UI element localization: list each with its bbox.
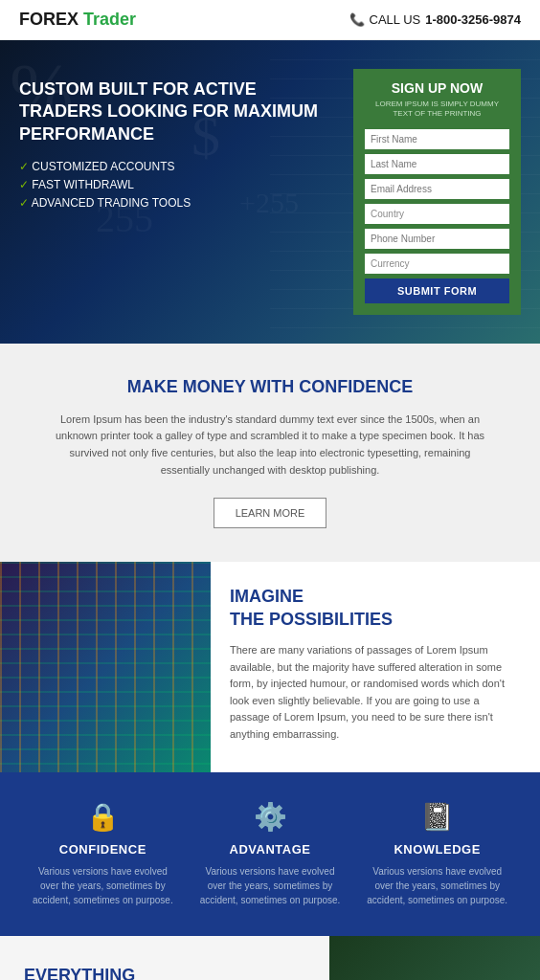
make-money-body: Lorem Ipsum has been the industry's stan… (48, 412, 492, 479)
phone-label: CALL US (370, 12, 421, 27)
make-money-heading: MAKE MONEY WITH CONFIDENCE (48, 377, 492, 397)
gear-icon: ⚙️ (196, 801, 345, 833)
signup-subtitle: LOREM IPSUM IS SIMPLY DUMMY TEXT OF THE … (365, 100, 509, 120)
phone-info: 📞 CALL US 1-800-3256-9874 (349, 12, 521, 27)
logo-bold: FOREX (19, 10, 79, 29)
imagine-text: IMAGINETHE POSSIBILITIES There are many … (211, 562, 540, 772)
hero-features-list: CUSTOMIZED ACCOUNTS FAST WITHDRAWL ADVAN… (19, 160, 339, 210)
hero-heading: CUSTOM BUILT FOR ACTIVE TRADERS LOOKING … (19, 78, 339, 145)
knowledge-body: Various versions have evolved over the y… (363, 864, 511, 907)
hero-feature-1: CUSTOMIZED ACCOUNTS (19, 160, 339, 173)
signup-heading: SIGN UP NOW (365, 80, 509, 96)
smart-heading: EVERYTHINGFOR SMART INVESTOR (24, 965, 305, 980)
firstname-input[interactable] (365, 129, 509, 149)
knowledge-label: KNOWLEDGE (363, 842, 511, 857)
hero-feature-3: ADVANCED TRADING TOOLS (19, 196, 339, 210)
logo-normal: Trader (79, 10, 136, 29)
hero-content: CUSTOM BUILT FOR ACTIVE TRADERS LOOKING … (19, 69, 339, 219)
imagine-body: There are many variations of passages of… (230, 642, 521, 744)
site-logo: FOREX Trader (19, 10, 136, 30)
feature-advantage: ⚙️ ADVANTAGE Various versions have evolv… (187, 801, 354, 907)
smart-image (329, 936, 540, 980)
make-money-section: MAKE MONEY WITH CONFIDENCE Lorem Ipsum h… (0, 344, 540, 562)
lock-icon: 🔒 (29, 801, 177, 833)
phone-input[interactable] (365, 229, 509, 249)
signup-form: SIGN UP NOW LOREM IPSUM IS SIMPLY DUMMY … (353, 69, 521, 315)
hero-feature-2: FAST WITHDRAWL (19, 178, 339, 191)
feature-knowledge: 📓 KNOWLEDGE Various versions have evolve… (353, 801, 521, 907)
imagine-image (0, 562, 211, 772)
smart-image-inner (329, 936, 540, 980)
phone-icon: 📞 (349, 12, 365, 27)
imagine-image-inner (0, 562, 211, 772)
features-section: 🔒 CONFIDENCE Various versions have evolv… (0, 772, 540, 936)
lastname-input[interactable] (365, 154, 509, 174)
confidence-label: CONFIDENCE (29, 842, 177, 857)
currency-select[interactable]: Currency (365, 254, 509, 274)
country-select[interactable]: Country (365, 204, 509, 224)
advantage-body: Various versions have evolved over the y… (196, 864, 345, 907)
smart-left-content: EVERYTHINGFOR SMART INVESTOR There are m… (0, 936, 329, 980)
advantage-label: ADVANTAGE (196, 842, 345, 857)
smart-investor-section: EVERYTHINGFOR SMART INVESTOR There are m… (0, 936, 540, 980)
imagine-heading: IMAGINETHE POSSIBILITIES (230, 586, 521, 631)
imagine-section: IMAGINETHE POSSIBILITIES There are many … (0, 562, 540, 772)
confidence-body: Various versions have evolved over the y… (29, 864, 177, 907)
hero-section: CUSTOM BUILT FOR ACTIVE TRADERS LOOKING … (0, 40, 540, 344)
learn-more-button[interactable]: LEARN MORE (214, 498, 327, 528)
submit-button[interactable]: SUBMIT FORM (365, 278, 509, 303)
site-header: FOREX Trader 📞 CALL US 1-800-3256-9874 (0, 0, 540, 40)
feature-confidence: 🔒 CONFIDENCE Various versions have evolv… (19, 801, 187, 907)
phone-number: 1-800-3256-9874 (425, 12, 521, 27)
book-icon: 📓 (363, 801, 511, 833)
email-input[interactable] (365, 179, 509, 199)
